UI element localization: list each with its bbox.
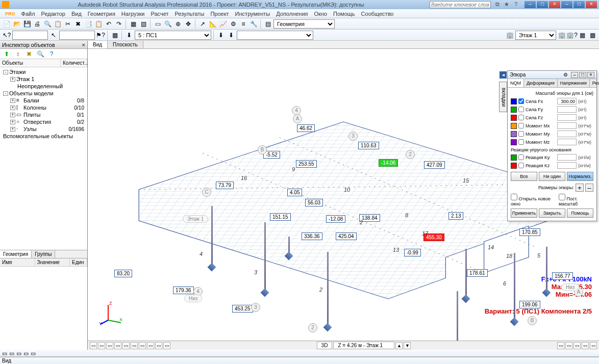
tree-expand-icon[interactable]: - bbox=[3, 70, 8, 74]
load2-icon[interactable]: ⬇ bbox=[216, 31, 226, 40]
force-checkbox[interactable] bbox=[518, 107, 524, 112]
child-close-button[interactable]: × bbox=[586, 1, 597, 8]
new-icon[interactable]: 📄 bbox=[2, 19, 11, 29]
floor-icon[interactable]: 🏢 bbox=[505, 31, 514, 40]
side-tab-panels[interactable]: вкладки bbox=[499, 82, 507, 112]
mv3[interactable]: ▭ bbox=[16, 350, 22, 356]
tool-icon[interactable]: ▧ bbox=[139, 19, 148, 29]
child-maximize-button[interactable]: □ bbox=[573, 1, 585, 8]
search-tree-icon[interactable]: 🔍 bbox=[36, 49, 45, 59]
btn-help[interactable]: Помощь bbox=[567, 209, 593, 218]
menu-окно[interactable]: Окно bbox=[311, 11, 331, 17]
tree-item[interactable]: +▭Плиты0/1 bbox=[1, 111, 86, 118]
tree-expand-icon[interactable]: + bbox=[10, 98, 15, 103]
combo-select[interactable] bbox=[237, 31, 313, 40]
panel-close-button[interactable]: × bbox=[587, 72, 594, 78]
tab-deform[interactable]: Деформация bbox=[524, 79, 558, 87]
color-swatch[interactable] bbox=[511, 139, 517, 145]
tree-item[interactable]: Вспомогательные объекты bbox=[1, 133, 86, 140]
menu-геометрия[interactable]: Геометрия bbox=[85, 11, 118, 17]
btn-close[interactable]: Закрыть bbox=[539, 209, 565, 218]
tree-expand-icon[interactable]: - bbox=[3, 91, 8, 96]
tab-stress[interactable]: Напряжения bbox=[558, 79, 590, 87]
check-new-window[interactable]: Открыть новое окно bbox=[511, 194, 556, 206]
force-checkbox[interactable] bbox=[518, 139, 524, 145]
color-swatch[interactable] bbox=[511, 98, 517, 105]
floor-info-icon[interactable]: 🏢? bbox=[567, 31, 577, 40]
vb-up[interactable]: ▲ bbox=[395, 342, 403, 349]
vb-r4[interactable]: ▭ bbox=[582, 342, 589, 349]
open-icon[interactable]: 📂 bbox=[12, 19, 21, 29]
axis-icon[interactable]: ↗ bbox=[198, 19, 207, 29]
redo-icon[interactable]: ↷ bbox=[114, 19, 123, 29]
vb-6[interactable]: ▭ bbox=[131, 342, 138, 349]
tab-react[interactable]: Реа bbox=[590, 79, 599, 87]
undo-icon[interactable]: ↶ bbox=[104, 19, 113, 29]
layout-icon[interactable]: ▤ bbox=[263, 19, 272, 29]
color-swatch[interactable] bbox=[511, 154, 517, 161]
side-collapse-arrow-icon[interactable]: ◂ bbox=[500, 71, 507, 79]
zoom-all-icon[interactable]: ⊕ bbox=[173, 19, 183, 29]
force-value-input[interactable] bbox=[557, 162, 577, 169]
tree-expand-icon[interactable]: + bbox=[10, 120, 15, 124]
btn-normalize[interactable]: Нормализ. bbox=[567, 172, 593, 181]
force-value-input[interactable] bbox=[557, 106, 577, 113]
force-value-input[interactable] bbox=[557, 98, 577, 105]
check-const-scale[interactable]: Пост. масштаб bbox=[559, 194, 593, 206]
tree-item[interactable]: +·Узлы0/1696 bbox=[1, 125, 86, 133]
menu-проект[interactable]: Проект bbox=[207, 11, 232, 17]
menu-вид[interactable]: Вид bbox=[68, 11, 85, 17]
tree-expand-icon[interactable]: + bbox=[10, 113, 15, 117]
mv1[interactable]: ▭ bbox=[2, 350, 8, 356]
vb-r2[interactable]: ▭ bbox=[565, 342, 572, 349]
preview-icon[interactable]: 🔍 bbox=[43, 19, 52, 29]
size-plus-button[interactable]: + bbox=[576, 184, 584, 192]
search-input[interactable] bbox=[430, 1, 491, 8]
tree-item[interactable]: -Этажи bbox=[1, 68, 86, 75]
layout-select[interactable]: Геометрия bbox=[273, 19, 335, 29]
vb-10[interactable]: ▭ bbox=[163, 342, 170, 349]
gear-icon[interactable]: ⚙ bbox=[563, 72, 568, 77]
menu-результаты[interactable]: Результаты bbox=[171, 11, 207, 17]
force-checkbox[interactable] bbox=[518, 123, 524, 128]
view-tab-view[interactable]: Вид bbox=[88, 41, 108, 48]
tree-item[interactable]: +Этаж 1 bbox=[1, 75, 86, 83]
calc-icon[interactable]: ≡ bbox=[239, 19, 248, 29]
menu-файл[interactable]: Файл bbox=[18, 11, 38, 17]
vb-9[interactable]: ▭ bbox=[155, 342, 162, 349]
vb-3[interactable]: ▭ bbox=[106, 342, 113, 349]
sel-input-2[interactable] bbox=[59, 31, 95, 40]
panel-max-button[interactable]: □ bbox=[579, 72, 586, 78]
select-icon[interactable]: ▭ bbox=[153, 19, 162, 29]
tree-expand-icon[interactable]: + bbox=[10, 127, 15, 132]
panel-min-button[interactable]: – bbox=[571, 72, 578, 78]
force-value-input[interactable] bbox=[557, 114, 577, 121]
filter1-icon[interactable]: ⬆ bbox=[2, 49, 11, 59]
force-value-input[interactable] bbox=[557, 131, 577, 137]
tab-nqm[interactable]: NQM bbox=[508, 79, 524, 87]
menu-инструменты[interactable]: Инструменты bbox=[232, 11, 273, 17]
menu-расчет[interactable]: Расчет bbox=[147, 11, 171, 17]
tab-geometry[interactable]: Геометрия bbox=[0, 250, 32, 258]
mv4[interactable]: ▭ bbox=[23, 350, 30, 356]
filter2-icon[interactable]: ↕ bbox=[13, 49, 22, 59]
filter3-icon[interactable]: ✖ bbox=[24, 49, 34, 59]
btn-none[interactable]: Ни один bbox=[539, 172, 565, 181]
flag-icon[interactable]: ⚑? bbox=[96, 31, 105, 40]
force-value-input[interactable] bbox=[557, 122, 577, 129]
tree-expand-icon[interactable]: + bbox=[10, 106, 15, 110]
vb-r1[interactable]: ▭ bbox=[557, 342, 564, 349]
maximize-button[interactable]: □ bbox=[537, 1, 548, 8]
zoom-icon[interactable]: 🔍 bbox=[163, 19, 172, 29]
vb-r5[interactable]: ▭ bbox=[590, 342, 597, 349]
color-swatch[interactable] bbox=[511, 123, 517, 129]
cut-icon[interactable]: ✂ bbox=[63, 19, 72, 29]
tree-item[interactable]: +≡Балки0/8 bbox=[1, 97, 86, 104]
color-swatch[interactable] bbox=[511, 163, 517, 169]
menu-редактор[interactable]: Редактор bbox=[38, 11, 68, 17]
view-mode[interactable]: 3D bbox=[317, 342, 333, 349]
menu-сообщество[interactable]: Сообщество bbox=[358, 11, 397, 17]
minimize-button[interactable]: – bbox=[525, 1, 536, 8]
copy-icon[interactable]: 📑 bbox=[84, 19, 93, 29]
force-value-input[interactable] bbox=[557, 139, 577, 145]
